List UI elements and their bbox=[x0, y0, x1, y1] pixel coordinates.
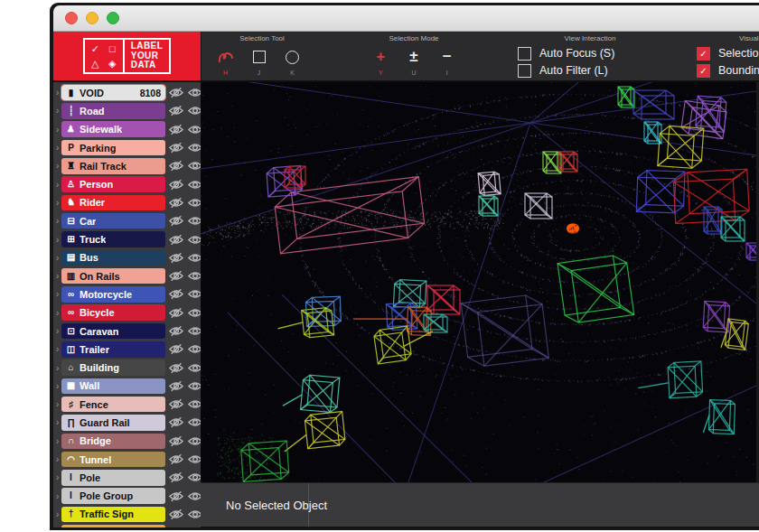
class-pill[interactable]: ⊟ Car bbox=[61, 213, 165, 229]
class-pill[interactable]: ◠ Tunnel bbox=[61, 452, 165, 468]
lidar-viewport[interactable] bbox=[201, 82, 756, 482]
eye-icon[interactable] bbox=[186, 234, 201, 246]
eye-off-icon[interactable] bbox=[167, 471, 184, 483]
eye-off-icon[interactable] bbox=[167, 509, 184, 520]
eye-off-icon[interactable] bbox=[167, 270, 184, 282]
eye-icon[interactable] bbox=[186, 124, 201, 135]
eye-off-icon[interactable] bbox=[167, 142, 184, 154]
eye-icon[interactable] bbox=[186, 343, 201, 355]
auto-focus-checkbox[interactable]: Auto Focus (S) bbox=[518, 45, 614, 61]
chevron-right-icon[interactable]: › bbox=[53, 106, 61, 116]
eye-icon[interactable] bbox=[186, 490, 201, 502]
eye-off-icon[interactable] bbox=[167, 87, 184, 98]
class-pill[interactable]: ♞ Rider bbox=[61, 195, 165, 211]
sidebar-item-pole-group[interactable]: › I Pole Group bbox=[53, 488, 201, 505]
class-pill[interactable]: ⋮ Traffic Light bbox=[61, 525, 165, 527]
eye-off-icon[interactable] bbox=[167, 307, 184, 319]
eye-off-icon[interactable] bbox=[167, 215, 184, 227]
auto-filter-checkbox[interactable]: Auto Filter (L) bbox=[518, 62, 608, 79]
eye-icon[interactable] bbox=[186, 105, 201, 117]
sidebar-item-rail-track[interactable]: › ♜ Rail Track bbox=[53, 157, 201, 174]
subtract-mode-button[interactable]: − I bbox=[430, 47, 464, 76]
eye-off-icon[interactable] bbox=[167, 527, 184, 527]
eye-icon[interactable] bbox=[186, 509, 201, 520]
sidebar-item-sidewalk[interactable]: › ♟ Sidewalk bbox=[53, 121, 201, 138]
eye-icon[interactable] bbox=[186, 307, 201, 319]
add-mode-button[interactable]: + Y bbox=[364, 47, 398, 76]
titlebar[interactable] bbox=[53, 5, 759, 32]
eye-off-icon[interactable] bbox=[167, 105, 184, 117]
sidebar-item-pole[interactable]: › I Pole bbox=[53, 469, 201, 486]
sidebar-item-road[interactable]: › ┆ Road bbox=[53, 102, 201, 119]
checkbox-icon[interactable]: ✓ bbox=[697, 64, 710, 78]
class-pill[interactable]: ♟ Sidewalk bbox=[61, 121, 165, 137]
eye-off-icon[interactable] bbox=[167, 380, 184, 392]
sidebar-item-parking[interactable]: › P Parking bbox=[53, 139, 201, 156]
eye-off-icon[interactable] bbox=[167, 124, 184, 135]
toggle-mode-button[interactable]: ± U bbox=[398, 47, 431, 76]
point-cloud-canvas[interactable] bbox=[201, 82, 756, 482]
class-pill[interactable]: ⊞ Truck bbox=[61, 231, 165, 247]
class-pill[interactable]: I Pole bbox=[61, 470, 165, 486]
eye-icon[interactable] bbox=[186, 398, 201, 410]
eye-off-icon[interactable] bbox=[167, 453, 184, 465]
eye-off-icon[interactable] bbox=[167, 416, 184, 428]
bounding-visual-checkbox[interactable]: ✓ Bounding bbox=[697, 62, 759, 79]
sidebar-item-on-rails[interactable]: › ▥ On Rails bbox=[53, 267, 201, 285]
chevron-right-icon[interactable]: › bbox=[53, 216, 61, 226]
eye-icon[interactable] bbox=[186, 179, 201, 191]
chevron-right-icon[interactable]: › bbox=[53, 198, 61, 208]
sidebar-item-guard-rail[interactable]: › ∏ Guard Rail bbox=[53, 414, 201, 431]
eye-icon[interactable] bbox=[186, 252, 201, 264]
sidebar-item-caravan[interactable]: › ⊡ Caravan bbox=[53, 322, 201, 340]
class-pill[interactable]: † Traffic Sign bbox=[61, 507, 165, 523]
chevron-right-icon[interactable]: › bbox=[53, 143, 61, 153]
eye-icon[interactable] bbox=[186, 288, 201, 300]
sidebar-item-trailer[interactable]: › ◫ Trailer bbox=[53, 341, 201, 358]
sidebar-item-void[interactable]: › ▮ VOID 8108 bbox=[53, 84, 201, 101]
class-pill[interactable]: ∞ Bicycle bbox=[61, 304, 165, 321]
eye-icon[interactable] bbox=[186, 270, 201, 282]
sidebar-item-traffic-light[interactable]: › ⋮ Traffic Light bbox=[53, 524, 201, 527]
sidebar-item-bicycle[interactable]: › ∞ Bicycle bbox=[53, 304, 201, 322]
chevron-right-icon[interactable]: › bbox=[53, 509, 61, 519]
chevron-right-icon[interactable]: › bbox=[53, 491, 61, 501]
sidebar-item-motorcycle[interactable]: › ∞ Motorcycle bbox=[53, 285, 201, 303]
eye-icon[interactable] bbox=[186, 380, 201, 392]
class-pill[interactable]: ∩ Bridge bbox=[61, 434, 165, 450]
rectangle-tool-button[interactable]: J bbox=[242, 47, 276, 76]
chevron-right-icon[interactable]: › bbox=[53, 88, 61, 98]
class-pill[interactable]: ∞ Motorcycle bbox=[61, 286, 165, 303]
sidebar-item-truck[interactable]: › ⊞ Truck bbox=[53, 230, 201, 247]
class-pill[interactable]: ♜ Rail Track bbox=[61, 158, 165, 174]
eye-icon[interactable] bbox=[186, 416, 201, 428]
sidebar-item-building[interactable]: › ⌂ Building bbox=[53, 359, 201, 376]
class-pill[interactable]: ▥ On Rails bbox=[61, 268, 165, 285]
chevron-right-icon[interactable]: › bbox=[53, 454, 61, 464]
eye-off-icon[interactable] bbox=[167, 197, 184, 209]
eye-off-icon[interactable] bbox=[167, 252, 184, 264]
chevron-right-icon[interactable]: › bbox=[53, 344, 61, 354]
eye-icon[interactable] bbox=[186, 435, 201, 447]
class-pill[interactable]: ▮ VOID 8108 bbox=[61, 85, 165, 101]
chevron-right-icon[interactable]: › bbox=[53, 326, 61, 336]
minimize-button[interactable] bbox=[86, 12, 98, 24]
eye-icon[interactable] bbox=[186, 142, 201, 154]
class-pill[interactable]: P Parking bbox=[61, 140, 165, 156]
class-pill[interactable]: ┆ Road bbox=[61, 103, 165, 119]
checkbox-icon[interactable] bbox=[518, 64, 531, 78]
eye-icon[interactable] bbox=[186, 197, 201, 209]
eye-icon[interactable] bbox=[186, 87, 201, 98]
eye-off-icon[interactable] bbox=[167, 288, 184, 300]
eye-icon[interactable] bbox=[186, 325, 201, 337]
class-pill[interactable]: ♙ Person bbox=[61, 176, 165, 192]
sidebar-item-bus[interactable]: › ▤ Bus bbox=[53, 249, 201, 266]
selection-visual-checkbox[interactable]: ✓ Selection bbox=[697, 45, 759, 61]
eye-icon[interactable] bbox=[186, 362, 201, 374]
chevron-right-icon[interactable]: › bbox=[53, 472, 61, 482]
sidebar-item-fence[interactable]: › ♯ Fence bbox=[53, 396, 201, 413]
eye-icon[interactable] bbox=[186, 527, 201, 527]
sidebar-item-traffic-sign[interactable]: › † Traffic Sign bbox=[53, 506, 201, 523]
eye-off-icon[interactable] bbox=[167, 179, 184, 191]
sidebar-item-bridge[interactable]: › ∩ Bridge bbox=[53, 433, 201, 450]
